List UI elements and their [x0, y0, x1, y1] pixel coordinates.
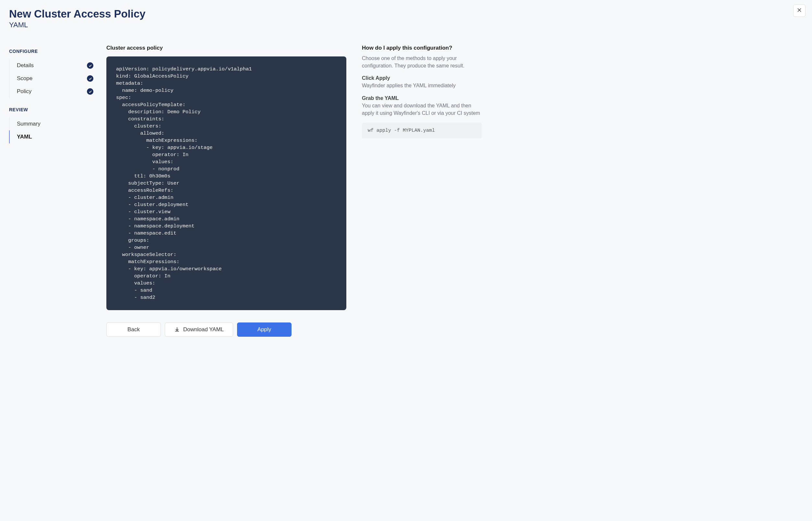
- sidebar-item-policy[interactable]: Policy: [9, 85, 93, 98]
- sidebar-item-summary[interactable]: Summary: [9, 117, 93, 130]
- sidebar-item-yaml[interactable]: YAML: [9, 130, 93, 143]
- sidebar-item-scope[interactable]: Scope: [9, 72, 93, 85]
- review-section-header: REVIEW: [9, 107, 93, 112]
- back-button[interactable]: Back: [107, 322, 161, 337]
- yaml-code-block: apiVersion: policydelivery.appvia.io/v1a…: [107, 56, 346, 310]
- apply-button[interactable]: Apply: [237, 322, 292, 337]
- help-heading: How do I apply this configuration?: [362, 45, 482, 51]
- back-button-label: Back: [127, 326, 140, 333]
- configure-section-header: CONFIGURE: [9, 49, 93, 54]
- content-heading: Cluster access policy: [107, 45, 346, 51]
- sidebar-item-label: Summary: [17, 121, 41, 127]
- sidebar-item-label: Scope: [17, 75, 32, 82]
- help-method1-body: Wayfinder applies the YAML immediately: [362, 82, 482, 89]
- sidebar: CONFIGURE Details Scope Policy: [9, 45, 93, 337]
- sidebar-item-label: YAML: [17, 134, 32, 140]
- help-method2-title: Grab the YAML: [362, 95, 482, 101]
- download-icon: [174, 327, 180, 333]
- page-title: New Cluster Access Policy: [9, 8, 803, 20]
- close-button[interactable]: [793, 4, 806, 17]
- download-yaml-button[interactable]: Download YAML: [165, 322, 233, 337]
- help-method2-body: You can view and download the YAML and t…: [362, 102, 482, 117]
- help-method1-title: Click Apply: [362, 75, 482, 81]
- help-intro: Choose one of the methods to apply your …: [362, 54, 482, 69]
- cli-command: wf apply -f MYPLAN.yaml: [362, 122, 482, 138]
- check-icon: [87, 88, 93, 95]
- close-icon: [797, 7, 802, 14]
- sidebar-item-label: Policy: [17, 88, 31, 95]
- download-button-label: Download YAML: [183, 326, 224, 333]
- help-panel: How do I apply this configuration? Choos…: [362, 45, 482, 337]
- apply-button-label: Apply: [257, 326, 272, 333]
- check-icon: [87, 75, 93, 82]
- sidebar-item-label: Details: [17, 62, 34, 69]
- button-row: Back Download YAML Apply: [107, 322, 346, 337]
- check-icon: [87, 62, 93, 69]
- sidebar-item-details[interactable]: Details: [9, 59, 93, 72]
- page-subtitle: YAML: [9, 21, 803, 29]
